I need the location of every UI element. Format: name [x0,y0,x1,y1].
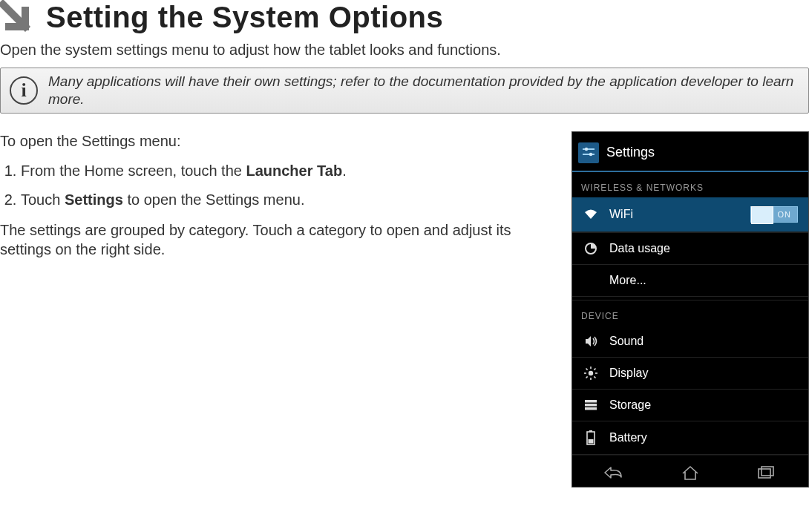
nav-item-storage[interactable]: Storage [572,390,808,421]
svg-line-10 [586,368,588,370]
lead-text: To open the Settings menu: [0,131,551,151]
home-icon [680,464,701,481]
svg-rect-14 [585,400,597,403]
nav-item-label: Sound [609,335,798,348]
after-text: The settings are grouped by category. To… [0,220,551,259]
info-text: Many applications will have their own se… [48,73,799,108]
intro-text: Open the system settings menu to adjust … [0,42,809,59]
svg-line-11 [594,376,595,378]
back-button[interactable] [599,463,630,482]
recent-apps-button[interactable] [750,463,782,482]
nav-item-display[interactable]: Display [572,358,808,390]
svg-rect-21 [761,467,773,476]
info-callout: i Many applications will have their own … [0,68,809,114]
nav-item-label: Display [609,367,798,380]
svg-rect-20 [759,469,770,478]
svg-rect-15 [585,404,597,407]
nav-item-label: Battery [609,431,798,444]
settings-titlebar: Settings [572,138,808,172]
svg-point-1 [585,147,588,150]
nav-item-wifi[interactable]: WiFi ON [572,197,808,232]
svg-point-3 [589,152,592,155]
svg-line-13 [586,376,588,378]
svg-rect-16 [585,407,597,410]
svg-line-12 [594,368,595,370]
android-settings-screenshot: Settings WIRELESS & NETWORKS WiFi ON Dat… [571,131,809,487]
svg-point-5 [589,370,593,375]
battery-icon [583,430,599,445]
nav-item-label: More... [609,274,798,287]
back-icon [603,465,626,480]
section-header-wireless: WIRELESS & NETWORKS [572,172,808,197]
status-bar [572,132,808,138]
step-2: Touch Settings to open the Settings menu… [21,190,551,210]
steps-list: From the Home screen, touch the Launcher… [0,161,551,210]
info-icon: i [10,76,38,105]
display-icon [583,367,599,380]
nav-item-battery[interactable]: Battery [572,421,808,455]
svg-rect-19 [589,439,594,444]
page-title: Setting the System Options [46,1,443,34]
wifi-toggle[interactable]: ON [750,206,798,223]
nav-item-label: Data usage [609,242,798,255]
nav-item-more[interactable]: More... [572,265,808,297]
sound-icon [583,335,599,348]
down-right-arrow-icon [0,0,33,34]
settings-title: Settings [606,145,655,160]
nav-item-sound[interactable]: Sound [572,326,808,358]
data-usage-icon [583,242,599,255]
storage-icon [583,399,599,411]
system-navbar [572,455,808,487]
settings-sliders-icon [578,142,599,163]
nav-item-label: Storage [609,398,798,412]
step-1: From the Home screen, touch the Launcher… [21,161,551,181]
instruction-column: To open the Settings menu: From the Home… [0,131,557,269]
recent-apps-icon [756,465,776,480]
wifi-icon [583,208,599,220]
nav-item-label: WiFi [609,208,740,221]
home-button[interactable] [675,463,706,482]
section-header-device: DEVICE [572,300,808,326]
nav-item-data-usage[interactable]: Data usage [572,233,808,265]
